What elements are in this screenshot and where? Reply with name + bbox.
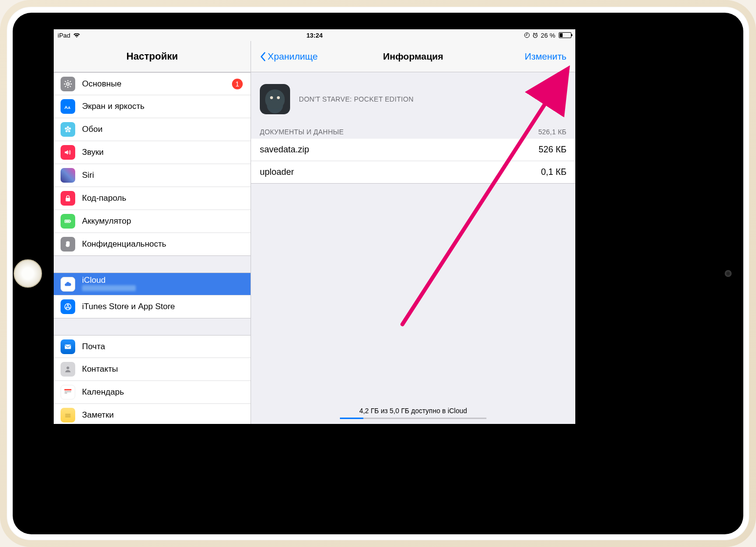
sidebar-item-siri[interactable]: Siri bbox=[54, 164, 251, 187]
text-size-icon: AA bbox=[61, 99, 75, 114]
sidebar-group-3: Почта Контакты Календарь Заметки bbox=[54, 335, 251, 424]
orientation-lock-icon bbox=[524, 32, 530, 38]
sidebar-title: Настройки bbox=[54, 41, 251, 72]
app-header: DON'T STARVE: POCKET EDITION bbox=[251, 72, 575, 124]
sidebar-item-label: Обои bbox=[82, 125, 243, 134]
back-label: Хранилище bbox=[268, 51, 318, 62]
documents-section-header: ДОКУМЕНТЫ И ДАННЫЕ 526,1 КБ bbox=[251, 124, 575, 139]
back-button[interactable]: Хранилище bbox=[260, 51, 318, 62]
sidebar-item-label: Код-пароль bbox=[82, 193, 243, 203]
detail-header: Хранилище Информация Изменить bbox=[251, 41, 575, 72]
sidebar-list[interactable]: Основные 1 AA Экран и яркость Обои bbox=[54, 72, 251, 424]
alarm-icon bbox=[532, 32, 538, 38]
sidebar-item-battery[interactable]: Аккумулятор bbox=[54, 210, 251, 233]
front-camera-icon bbox=[725, 270, 732, 277]
storage-footer: 4,2 ГБ из 5,0 ГБ доступно в iCloud bbox=[251, 399, 575, 424]
sidebar-item-label: Звуки bbox=[82, 147, 243, 157]
svg-line-4 bbox=[533, 33, 534, 34]
svg-rect-26 bbox=[69, 391, 70, 392]
svg-rect-24 bbox=[66, 391, 67, 392]
svg-rect-18 bbox=[65, 221, 69, 222]
svg-point-6 bbox=[66, 83, 69, 85]
appstore-icon bbox=[61, 299, 75, 314]
siri-icon bbox=[61, 168, 75, 183]
battery-icon bbox=[558, 32, 571, 38]
svg-rect-15 bbox=[66, 198, 70, 201]
sidebar-item-label: Конфиденциальность bbox=[82, 239, 243, 249]
section-title: ДОКУМЕНТЫ И ДАННЫЕ bbox=[260, 128, 344, 136]
sidebar-item-general[interactable]: Основные 1 bbox=[54, 72, 251, 95]
svg-point-14 bbox=[65, 127, 67, 130]
person-icon bbox=[61, 362, 75, 377]
sidebar-item-label: Основные bbox=[82, 79, 232, 89]
sidebar-item-label: Календарь bbox=[82, 387, 243, 397]
gear-icon bbox=[61, 77, 75, 91]
svg-rect-25 bbox=[67, 391, 68, 392]
battery-percent: 26 % bbox=[541, 32, 555, 39]
app-thumbnail-icon bbox=[260, 84, 290, 114]
sidebar-group-1: Основные 1 AA Экран и яркость Обои bbox=[54, 72, 251, 256]
status-time: 13:24 bbox=[306, 32, 322, 39]
sidebar-item-icloud[interactable]: iCloud bbox=[54, 273, 251, 295]
device-frame: iPad 13:24 26 % Настройки bbox=[0, 0, 756, 547]
sidebar-item-contacts[interactable]: Контакты bbox=[54, 358, 251, 381]
screen: iPad 13:24 26 % Настройки bbox=[54, 29, 575, 424]
svg-point-12 bbox=[68, 130, 70, 132]
storage-bar-fill bbox=[340, 418, 363, 419]
svg-rect-29 bbox=[66, 393, 67, 394]
calendar-icon bbox=[61, 385, 75, 400]
sidebar-item-wallpaper[interactable]: Обои bbox=[54, 118, 251, 141]
svg-rect-23 bbox=[65, 391, 66, 392]
status-bar: iPad 13:24 26 % bbox=[54, 29, 575, 41]
storage-available-text: 4,2 ГБ из 5,0 ГБ доступно в iCloud bbox=[251, 407, 575, 415]
sidebar-item-label: Siri bbox=[82, 170, 243, 180]
sidebar-item-label: Почта bbox=[82, 342, 243, 352]
sidebar-item-notes[interactable]: Заметки bbox=[54, 404, 251, 424]
detail-pane: Хранилище Информация Изменить DON'T STAR… bbox=[251, 41, 575, 424]
file-row[interactable]: uploader 0,1 КБ bbox=[251, 161, 575, 184]
edit-button[interactable]: Изменить bbox=[525, 51, 567, 62]
cloud-icon bbox=[61, 277, 75, 292]
detail-body[interactable]: DON'T STARVE: POCKET EDITION ДОКУМЕНТЫ И… bbox=[251, 72, 575, 399]
svg-point-11 bbox=[69, 127, 71, 130]
sidebar-item-label: Аккумулятор bbox=[82, 216, 243, 226]
sidebar-item-label: iTunes Store и App Store bbox=[82, 302, 243, 312]
sidebar-item-passcode[interactable]: Код-пароль bbox=[54, 187, 251, 210]
sidebar-item-privacy[interactable]: Конфиденциальность bbox=[54, 233, 251, 256]
storage-bar bbox=[340, 418, 486, 419]
sidebar-item-display[interactable]: AA Экран и яркость bbox=[54, 95, 251, 118]
lock-icon bbox=[61, 191, 75, 206]
svg-rect-17 bbox=[70, 221, 71, 222]
chevron-left-icon bbox=[260, 52, 266, 62]
sidebar-group-2: iCloud iTunes Store и App Store bbox=[54, 273, 251, 318]
svg-line-5 bbox=[536, 33, 537, 34]
svg-point-21 bbox=[66, 367, 69, 369]
file-row[interactable]: savedata.zip 526 КБ bbox=[251, 139, 575, 161]
sidebar-item-calendar[interactable]: Календарь bbox=[54, 381, 251, 404]
detail-title: Информация bbox=[383, 51, 443, 62]
svg-text:A: A bbox=[68, 105, 70, 110]
section-total-size: 526,1 КБ bbox=[538, 128, 567, 136]
svg-rect-22 bbox=[64, 389, 71, 391]
sidebar-item-mail[interactable]: Почта bbox=[54, 335, 251, 358]
sidebar-item-label: Заметки bbox=[82, 410, 243, 420]
svg-rect-27 bbox=[70, 391, 71, 392]
sidebar-item-label: iCloud bbox=[82, 275, 136, 285]
svg-point-9 bbox=[67, 128, 69, 130]
sidebar-item-appstore[interactable]: iTunes Store и App Store bbox=[54, 295, 251, 318]
device-label: iPad bbox=[58, 32, 70, 39]
sidebar-item-sounds[interactable]: Звуки bbox=[54, 141, 251, 164]
svg-point-13 bbox=[65, 130, 68, 132]
app-name: DON'T STARVE: POCKET EDITION bbox=[299, 95, 414, 103]
file-size: 0,1 КБ bbox=[541, 167, 567, 177]
file-name: uploader bbox=[260, 167, 294, 177]
sidebar-item-label: Контакты bbox=[82, 364, 243, 374]
wifi-icon bbox=[73, 32, 81, 38]
file-name: savedata.zip bbox=[260, 145, 309, 155]
home-button[interactable] bbox=[14, 259, 42, 288]
notification-badge: 1 bbox=[232, 79, 243, 89]
envelope-icon bbox=[61, 339, 75, 354]
svg-text:A: A bbox=[64, 105, 68, 110]
hand-icon bbox=[61, 237, 75, 252]
svg-rect-20 bbox=[65, 344, 71, 349]
